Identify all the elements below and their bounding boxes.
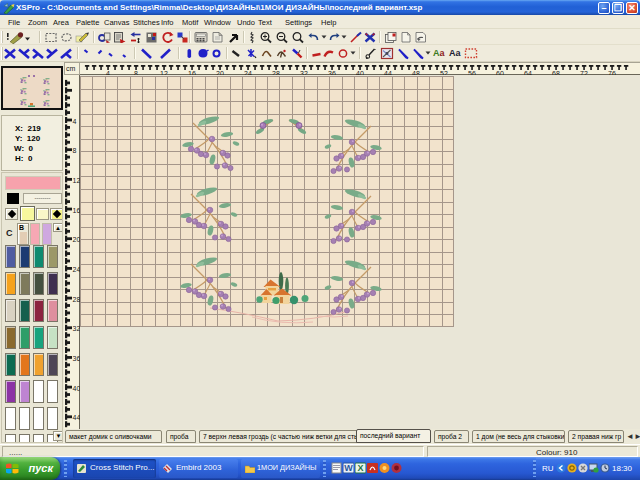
svg-text:8: 8 <box>73 147 77 154</box>
svg-text:44: 44 <box>73 414 81 421</box>
svg-text:4: 4 <box>73 118 77 125</box>
svg-text:20: 20 <box>73 236 81 243</box>
svg-text:16: 16 <box>73 207 81 214</box>
svg-text:40: 40 <box>73 385 81 392</box>
svg-text:X: X <box>357 463 363 473</box>
svg-text:36: 36 <box>73 355 81 362</box>
svg-text:24: 24 <box>73 266 81 273</box>
svg-text:32: 32 <box>73 325 81 332</box>
svg-text:12: 12 <box>73 177 81 184</box>
svg-text:28: 28 <box>73 296 81 303</box>
svg-text:W: W <box>344 463 353 473</box>
